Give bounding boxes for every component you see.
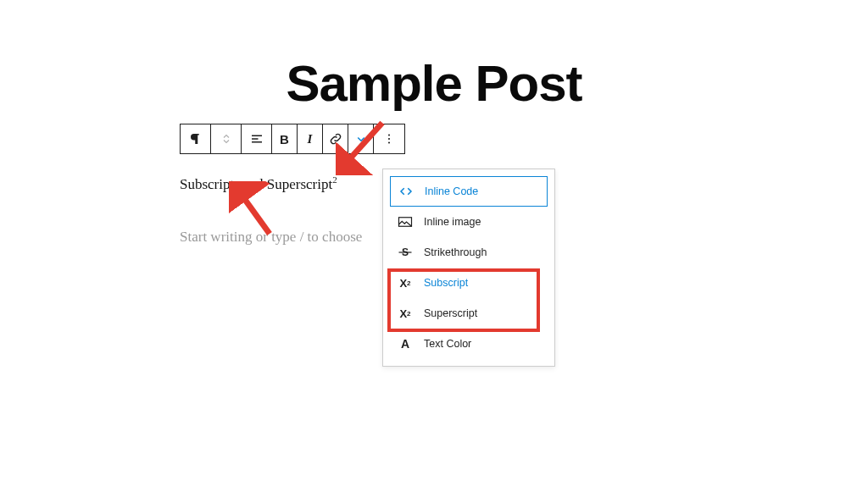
superscript-text: 2 — [332, 174, 337, 185]
image-icon — [397, 216, 414, 228]
text-prefix: Subscript — [180, 176, 234, 192]
dropdown-item-strikethrough[interactable]: S Strikethrough — [390, 237, 548, 268]
dropdown-item-inline-image[interactable]: Inline image — [390, 207, 548, 237]
move-button[interactable] — [211, 124, 242, 153]
more-options-button[interactable] — [374, 124, 404, 153]
block-placeholder[interactable]: Start writing or type / to choose — [180, 229, 362, 246]
svg-point-2 — [388, 141, 390, 143]
chevron-down-icon — [353, 131, 369, 147]
link-icon — [328, 131, 343, 147]
dropdown-label: Strikethrough — [424, 246, 487, 258]
dropdown-item-subscript[interactable]: X2 Subscript — [390, 268, 548, 298]
paragraph-block[interactable]: Subscript1 and Superscript2 — [180, 174, 337, 194]
subscript-icon: X2 — [397, 277, 414, 290]
superscript-icon: X2 — [397, 307, 414, 320]
italic-icon: I — [308, 132, 313, 147]
dropdown-item-superscript[interactable]: X2 Superscript — [390, 298, 548, 329]
strike-icon: S — [397, 246, 414, 259]
pilcrow-icon — [188, 131, 203, 147]
move-icon — [219, 131, 234, 147]
dropdown-label: Subscript — [424, 277, 468, 289]
code-icon — [398, 185, 415, 197]
svg-point-0 — [388, 134, 390, 135]
svg-point-1 — [388, 138, 390, 140]
page-title: Sample Post — [0, 54, 868, 113]
dropdown-label: Superscript — [424, 307, 477, 319]
more-formatting-button[interactable] — [348, 124, 374, 153]
pilcrow-button[interactable] — [181, 124, 211, 153]
align-button[interactable] — [242, 124, 272, 153]
bold-button[interactable]: B — [272, 124, 298, 153]
align-left-icon — [249, 131, 264, 147]
dropdown-label: Text Color — [424, 338, 471, 350]
dropdown-label: Inline Code — [425, 185, 478, 197]
link-button[interactable] — [323, 124, 348, 153]
text-mid: and Superscript — [239, 176, 332, 192]
dropdown-item-inline-code[interactable]: Inline Code — [390, 176, 548, 207]
bold-icon: B — [280, 132, 289, 147]
dropdown-label: Inline image — [424, 216, 481, 228]
block-toolbar: B I — [180, 124, 405, 154]
italic-button[interactable]: I — [298, 124, 323, 153]
textcolor-icon: A — [397, 337, 414, 351]
more-icon — [381, 131, 397, 147]
formatting-dropdown: Inline Code Inline image S Strikethrough… — [382, 169, 555, 367]
svg-line-7 — [239, 191, 270, 234]
dropdown-item-text-color[interactable]: A Text Color — [390, 329, 548, 359]
